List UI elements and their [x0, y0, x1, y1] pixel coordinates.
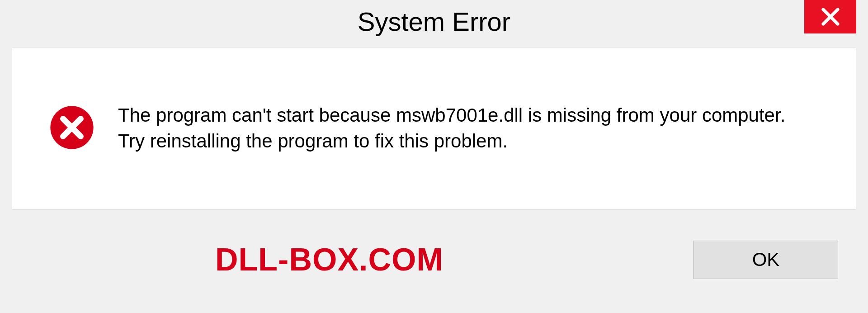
error-icon — [48, 104, 95, 153]
close-button[interactable] — [804, 0, 856, 33]
titlebar: System Error — [12, 0, 856, 43]
ok-button[interactable]: OK — [693, 241, 838, 279]
close-icon — [820, 6, 841, 28]
watermark-text: DLL-BOX.COM — [215, 242, 443, 278]
content-area: The program can't start because mswb7001… — [12, 47, 856, 210]
dialog-title: System Error — [358, 6, 510, 37]
error-dialog: System Error The program can't start bec… — [12, 0, 856, 313]
dialog-footer: DLL-BOX.COM OK — [12, 210, 856, 309]
error-message: The program can't start because mswb7001… — [118, 103, 796, 154]
